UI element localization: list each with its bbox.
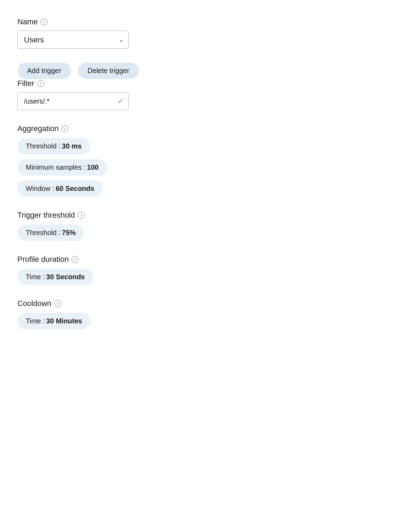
profile-duration-label-row: Profile duration i	[17, 255, 399, 264]
trigger-buttons: Add trigger Delete trigger	[17, 63, 399, 79]
filter-input[interactable]	[17, 92, 129, 110]
aggregation-threshold-pill[interactable]: Threshold : 30 ms	[17, 138, 90, 154]
name-section: Name i Users ⌄	[17, 17, 399, 49]
filter-label-row: Filter i	[17, 79, 399, 88]
aggregation-min-samples-label: Minimum samples :	[26, 163, 85, 171]
cooldown-section: Cooldown i Time : 30 Minutes	[17, 299, 399, 329]
aggregation-label: Aggregation	[17, 124, 59, 133]
profile-duration-time-label: Time :	[26, 273, 45, 281]
aggregation-info-icon[interactable]: i	[62, 125, 68, 132]
aggregation-min-samples-pill[interactable]: Minimum samples : 100	[17, 159, 107, 176]
trigger-threshold-label-row: Trigger threshold i	[17, 211, 399, 220]
aggregation-min-samples-value: 100	[87, 163, 98, 171]
trigger-threshold-label: Trigger threshold	[17, 211, 75, 220]
cooldown-label-row: Cooldown i	[17, 299, 399, 308]
delete-trigger-button[interactable]: Delete trigger	[78, 63, 139, 79]
cooldown-pill[interactable]: Time : 30 Minutes	[17, 313, 90, 329]
aggregation-min-samples-pill-wrapper: Minimum samples : 100	[17, 159, 399, 176]
trigger-threshold-pill-wrapper: Threshold : 75%	[17, 225, 399, 241]
filter-label: Filter	[17, 79, 34, 88]
filter-input-wrapper: ✓	[17, 92, 129, 110]
name-label: Name	[17, 17, 38, 26]
name-select[interactable]: Users	[17, 31, 129, 49]
trigger-threshold-section: Trigger threshold i Threshold : 75%	[17, 211, 399, 241]
profile-duration-label: Profile duration	[17, 255, 69, 264]
trigger-threshold-info-icon[interactable]: i	[78, 212, 84, 219]
name-label-row: Name i	[17, 17, 399, 26]
check-icon: ✓	[117, 97, 124, 106]
aggregation-window-pill-wrapper: Window : 60 Seconds	[17, 180, 399, 197]
add-trigger-button[interactable]: Add trigger	[17, 63, 71, 79]
trigger-threshold-pill-label: Threshold :	[26, 229, 60, 237]
profile-duration-section: Profile duration i Time : 30 Seconds	[17, 255, 399, 285]
filter-section: Filter i ✓	[17, 79, 399, 110]
profile-duration-pill[interactable]: Time : 30 Seconds	[17, 269, 93, 285]
profile-duration-info-icon[interactable]: i	[72, 256, 79, 263]
aggregation-window-pill[interactable]: Window : 60 Seconds	[17, 180, 103, 197]
trigger-threshold-pill-value: 75%	[62, 229, 76, 237]
cooldown-time-label: Time :	[26, 317, 45, 325]
aggregation-threshold-pill-wrapper: Threshold : 30 ms	[17, 138, 399, 154]
aggregation-section: Aggregation i Threshold : 30 ms Minimum …	[17, 124, 399, 197]
trigger-threshold-pill[interactable]: Threshold : 75%	[17, 225, 84, 241]
filter-info-icon[interactable]: i	[37, 80, 44, 87]
profile-duration-pill-wrapper: Time : 30 Seconds	[17, 269, 399, 285]
aggregation-threshold-value: 30 ms	[62, 142, 82, 150]
name-info-icon[interactable]: i	[41, 18, 48, 25]
cooldown-pill-wrapper: Time : 30 Minutes	[17, 313, 399, 329]
profile-duration-time-value: 30 Seconds	[46, 273, 85, 281]
aggregation-window-value: 60 Seconds	[56, 185, 94, 193]
cooldown-label: Cooldown	[17, 299, 51, 308]
name-select-wrapper: Users ⌄	[17, 31, 129, 49]
aggregation-threshold-label: Threshold :	[26, 142, 60, 150]
aggregation-window-label: Window :	[26, 185, 54, 193]
cooldown-time-value: 30 Minutes	[46, 317, 82, 325]
aggregation-label-row: Aggregation i	[17, 124, 399, 133]
cooldown-info-icon[interactable]: i	[54, 300, 61, 307]
